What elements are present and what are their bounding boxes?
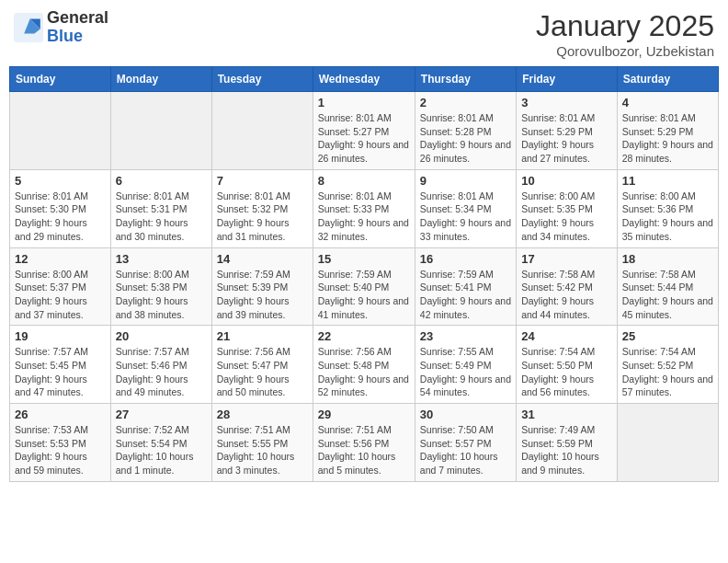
day-number: 13 [116, 252, 207, 266]
weekday-header-wednesday: Wednesday [313, 67, 415, 92]
calendar-cell [211, 92, 313, 170]
weekday-header-saturday: Saturday [617, 67, 718, 92]
calendar-cell: 13Sunrise: 8:00 AM Sunset: 5:38 PM Dayli… [110, 247, 211, 326]
calendar-cell: 28Sunrise: 7:51 AM Sunset: 5:55 PM Dayli… [211, 404, 313, 482]
week-row-5: 26Sunrise: 7:53 AM Sunset: 5:53 PM Dayli… [10, 404, 719, 482]
day-info: Sunrise: 7:57 AM Sunset: 5:45 PM Dayligh… [15, 345, 106, 399]
calendar-cell: 10Sunrise: 8:00 AM Sunset: 5:35 PM Dayli… [517, 169, 618, 247]
day-info: Sunrise: 7:49 AM Sunset: 5:59 PM Dayligh… [521, 423, 612, 477]
week-row-2: 5Sunrise: 8:01 AM Sunset: 5:30 PM Daylig… [10, 169, 719, 247]
calendar-cell [617, 404, 718, 482]
day-number: 17 [521, 252, 612, 266]
day-info: Sunrise: 8:01 AM Sunset: 5:27 PM Dayligh… [318, 111, 410, 166]
calendar-cell: 16Sunrise: 7:59 AM Sunset: 5:41 PM Dayli… [415, 247, 516, 326]
day-number: 4 [622, 96, 713, 109]
day-number: 31 [521, 408, 612, 421]
calendar-cell: 25Sunrise: 7:54 AM Sunset: 5:52 PM Dayli… [617, 326, 718, 404]
day-number: 27 [116, 408, 207, 421]
day-number: 11 [622, 174, 713, 188]
day-info: Sunrise: 7:54 AM Sunset: 5:52 PM Dayligh… [622, 345, 713, 399]
month-title: January 2025 [536, 9, 714, 43]
calendar-cell: 14Sunrise: 7:59 AM Sunset: 5:39 PM Dayli… [211, 247, 313, 326]
day-info: Sunrise: 8:00 AM Sunset: 5:36 PM Dayligh… [622, 190, 713, 244]
calendar-cell: 20Sunrise: 7:57 AM Sunset: 5:46 PM Dayli… [110, 326, 211, 404]
calendar-table: SundayMondayTuesdayWednesdayThursdayFrid… [9, 66, 719, 482]
day-number: 26 [15, 408, 106, 421]
calendar-cell: 26Sunrise: 7:53 AM Sunset: 5:53 PM Dayli… [10, 404, 111, 482]
day-info: Sunrise: 7:54 AM Sunset: 5:50 PM Dayligh… [521, 345, 612, 399]
calendar-cell: 18Sunrise: 7:58 AM Sunset: 5:44 PM Dayli… [617, 247, 718, 326]
day-number: 2 [420, 96, 511, 109]
calendar-cell: 27Sunrise: 7:52 AM Sunset: 5:54 PM Dayli… [110, 404, 211, 482]
day-info: Sunrise: 7:50 AM Sunset: 5:57 PM Dayligh… [420, 423, 511, 477]
page-header: General Blue January 2025 Qorovulbozor, … [9, 9, 719, 59]
calendar-cell [110, 92, 211, 170]
day-info: Sunrise: 7:58 AM Sunset: 5:42 PM Dayligh… [521, 268, 612, 322]
day-info: Sunrise: 7:51 AM Sunset: 5:56 PM Dayligh… [318, 423, 410, 477]
location-title: Qorovulbozor, Uzbekistan [536, 43, 714, 59]
logo-text: General Blue [47, 9, 108, 46]
day-info: Sunrise: 7:53 AM Sunset: 5:53 PM Dayligh… [15, 423, 106, 477]
title-block: January 2025 Qorovulbozor, Uzbekistan [536, 9, 714, 59]
calendar-cell: 5Sunrise: 8:01 AM Sunset: 5:30 PM Daylig… [10, 169, 111, 247]
day-number: 20 [116, 329, 207, 343]
week-row-4: 19Sunrise: 7:57 AM Sunset: 5:45 PM Dayli… [10, 326, 719, 404]
day-number: 18 [622, 252, 713, 266]
day-number: 29 [318, 408, 410, 421]
day-number: 6 [116, 174, 207, 188]
day-info: Sunrise: 8:01 AM Sunset: 5:34 PM Dayligh… [420, 190, 511, 244]
day-number: 24 [521, 329, 612, 343]
day-info: Sunrise: 7:52 AM Sunset: 5:54 PM Dayligh… [116, 423, 207, 477]
day-number: 3 [521, 96, 612, 109]
day-number: 10 [521, 174, 612, 188]
day-info: Sunrise: 8:00 AM Sunset: 5:37 PM Dayligh… [15, 268, 106, 322]
day-number: 28 [217, 408, 308, 421]
day-info: Sunrise: 8:01 AM Sunset: 5:29 PM Dayligh… [622, 111, 713, 166]
day-number: 21 [217, 329, 308, 343]
day-number: 8 [318, 174, 410, 188]
day-number: 15 [318, 252, 410, 266]
calendar-cell: 15Sunrise: 7:59 AM Sunset: 5:40 PM Dayli… [313, 247, 415, 326]
day-info: Sunrise: 8:01 AM Sunset: 5:31 PM Dayligh… [116, 190, 207, 244]
weekday-header-sunday: Sunday [10, 67, 111, 92]
calendar-cell: 23Sunrise: 7:55 AM Sunset: 5:49 PM Dayli… [415, 326, 516, 404]
calendar-cell: 12Sunrise: 8:00 AM Sunset: 5:37 PM Dayli… [10, 247, 111, 326]
day-number: 22 [318, 329, 410, 343]
day-info: Sunrise: 7:56 AM Sunset: 5:48 PM Dayligh… [318, 345, 410, 399]
day-info: Sunrise: 8:00 AM Sunset: 5:35 PM Dayligh… [521, 190, 612, 244]
day-info: Sunrise: 7:56 AM Sunset: 5:47 PM Dayligh… [217, 345, 308, 399]
day-info: Sunrise: 8:01 AM Sunset: 5:28 PM Dayligh… [420, 111, 511, 166]
day-number: 7 [217, 174, 308, 188]
logo-icon [14, 13, 43, 42]
day-number: 12 [15, 252, 106, 266]
calendar-cell: 11Sunrise: 8:00 AM Sunset: 5:36 PM Dayli… [617, 169, 718, 247]
day-info: Sunrise: 7:59 AM Sunset: 5:39 PM Dayligh… [217, 268, 308, 322]
day-number: 14 [217, 252, 308, 266]
calendar-cell: 31Sunrise: 7:49 AM Sunset: 5:59 PM Dayli… [517, 404, 618, 482]
calendar-cell: 9Sunrise: 8:01 AM Sunset: 5:34 PM Daylig… [415, 169, 516, 247]
day-info: Sunrise: 8:00 AM Sunset: 5:38 PM Dayligh… [116, 268, 207, 322]
calendar-cell [10, 92, 111, 170]
calendar-cell: 19Sunrise: 7:57 AM Sunset: 5:45 PM Dayli… [10, 326, 111, 404]
weekday-header-row: SundayMondayTuesdayWednesdayThursdayFrid… [10, 67, 719, 92]
day-number: 30 [420, 408, 511, 421]
calendar-cell: 6Sunrise: 8:01 AM Sunset: 5:31 PM Daylig… [110, 169, 211, 247]
day-info: Sunrise: 8:01 AM Sunset: 5:30 PM Dayligh… [15, 190, 106, 244]
weekday-header-tuesday: Tuesday [211, 67, 313, 92]
day-info: Sunrise: 7:51 AM Sunset: 5:55 PM Dayligh… [217, 423, 308, 477]
day-info: Sunrise: 8:01 AM Sunset: 5:32 PM Dayligh… [217, 190, 308, 244]
calendar-cell: 3Sunrise: 8:01 AM Sunset: 5:29 PM Daylig… [517, 92, 618, 170]
calendar-cell: 22Sunrise: 7:56 AM Sunset: 5:48 PM Dayli… [313, 326, 415, 404]
day-number: 19 [15, 329, 106, 343]
day-number: 23 [420, 329, 511, 343]
day-info: Sunrise: 8:01 AM Sunset: 5:29 PM Dayligh… [521, 111, 612, 166]
logo-blue: Blue [47, 27, 83, 45]
logo: General Blue [14, 9, 108, 46]
calendar-cell: 24Sunrise: 7:54 AM Sunset: 5:50 PM Dayli… [517, 326, 618, 404]
day-number: 1 [318, 96, 410, 109]
day-info: Sunrise: 8:01 AM Sunset: 5:33 PM Dayligh… [318, 190, 410, 244]
calendar-cell: 17Sunrise: 7:58 AM Sunset: 5:42 PM Dayli… [517, 247, 618, 326]
calendar-cell: 2Sunrise: 8:01 AM Sunset: 5:28 PM Daylig… [415, 92, 516, 170]
calendar-cell: 7Sunrise: 8:01 AM Sunset: 5:32 PM Daylig… [211, 169, 313, 247]
day-info: Sunrise: 7:59 AM Sunset: 5:40 PM Dayligh… [318, 268, 410, 322]
